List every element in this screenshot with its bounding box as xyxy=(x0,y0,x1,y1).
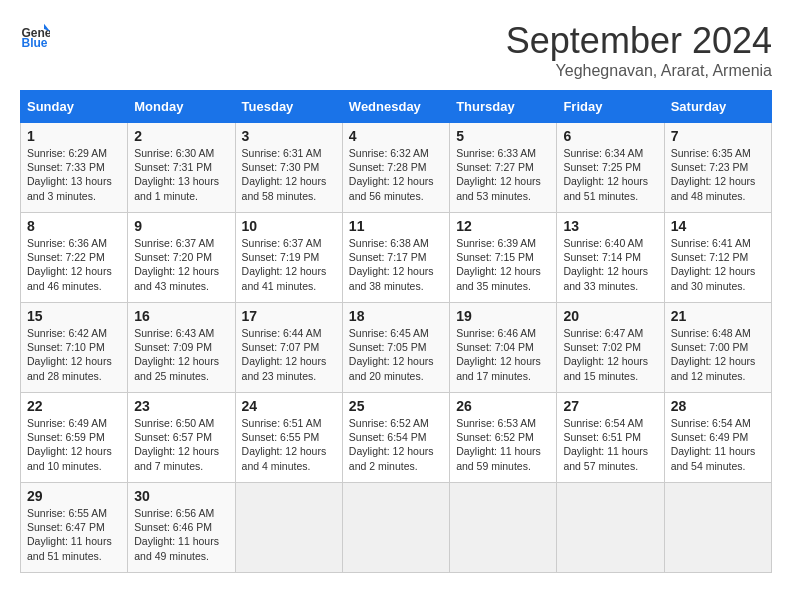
calendar-cell-1-5: 5 Sunrise: 6:33 AM Sunset: 7:27 PM Dayli… xyxy=(450,123,557,213)
day-info: Sunrise: 6:45 AM Sunset: 7:05 PM Dayligh… xyxy=(349,326,443,383)
calendar-cell-4-2: 23 Sunrise: 6:50 AM Sunset: 6:57 PM Dayl… xyxy=(128,393,235,483)
day-number: 29 xyxy=(27,488,121,504)
calendar-cell-4-7: 28 Sunrise: 6:54 AM Sunset: 6:49 PM Dayl… xyxy=(664,393,771,483)
day-info: Sunrise: 6:53 AM Sunset: 6:52 PM Dayligh… xyxy=(456,416,550,473)
day-number: 18 xyxy=(349,308,443,324)
calendar-cell-4-1: 22 Sunrise: 6:49 AM Sunset: 6:59 PM Dayl… xyxy=(21,393,128,483)
svg-text:Blue: Blue xyxy=(22,36,48,50)
day-info: Sunrise: 6:36 AM Sunset: 7:22 PM Dayligh… xyxy=(27,236,121,293)
calendar-cell-2-3: 10 Sunrise: 6:37 AM Sunset: 7:19 PM Dayl… xyxy=(235,213,342,303)
day-number: 20 xyxy=(563,308,657,324)
day-info: Sunrise: 6:33 AM Sunset: 7:27 PM Dayligh… xyxy=(456,146,550,203)
day-number: 11 xyxy=(349,218,443,234)
calendar-cell-1-3: 3 Sunrise: 6:31 AM Sunset: 7:30 PM Dayli… xyxy=(235,123,342,213)
calendar-cell-5-5 xyxy=(450,483,557,573)
day-info: Sunrise: 6:39 AM Sunset: 7:15 PM Dayligh… xyxy=(456,236,550,293)
calendar-week-3: 15 Sunrise: 6:42 AM Sunset: 7:10 PM Dayl… xyxy=(21,303,772,393)
calendar-cell-3-4: 18 Sunrise: 6:45 AM Sunset: 7:05 PM Dayl… xyxy=(342,303,449,393)
col-saturday: Saturday xyxy=(664,91,771,123)
day-info: Sunrise: 6:54 AM Sunset: 6:51 PM Dayligh… xyxy=(563,416,657,473)
day-info: Sunrise: 6:41 AM Sunset: 7:12 PM Dayligh… xyxy=(671,236,765,293)
day-info: Sunrise: 6:42 AM Sunset: 7:10 PM Dayligh… xyxy=(27,326,121,383)
day-number: 7 xyxy=(671,128,765,144)
calendar-cell-2-6: 13 Sunrise: 6:40 AM Sunset: 7:14 PM Dayl… xyxy=(557,213,664,303)
calendar-table: Sunday Monday Tuesday Wednesday Thursday… xyxy=(20,90,772,573)
day-number: 26 xyxy=(456,398,550,414)
day-info: Sunrise: 6:51 AM Sunset: 6:55 PM Dayligh… xyxy=(242,416,336,473)
title-block: September 2024 Yeghegnavan, Ararat, Arme… xyxy=(506,20,772,80)
day-info: Sunrise: 6:50 AM Sunset: 6:57 PM Dayligh… xyxy=(134,416,228,473)
day-number: 15 xyxy=(27,308,121,324)
day-number: 16 xyxy=(134,308,228,324)
day-info: Sunrise: 6:32 AM Sunset: 7:28 PM Dayligh… xyxy=(349,146,443,203)
location: Yeghegnavan, Ararat, Armenia xyxy=(506,62,772,80)
day-number: 12 xyxy=(456,218,550,234)
day-number: 13 xyxy=(563,218,657,234)
col-friday: Friday xyxy=(557,91,664,123)
day-info: Sunrise: 6:37 AM Sunset: 7:20 PM Dayligh… xyxy=(134,236,228,293)
day-number: 17 xyxy=(242,308,336,324)
day-info: Sunrise: 6:54 AM Sunset: 6:49 PM Dayligh… xyxy=(671,416,765,473)
calendar-cell-2-5: 12 Sunrise: 6:39 AM Sunset: 7:15 PM Dayl… xyxy=(450,213,557,303)
calendar-cell-4-4: 25 Sunrise: 6:52 AM Sunset: 6:54 PM Dayl… xyxy=(342,393,449,483)
day-info: Sunrise: 6:40 AM Sunset: 7:14 PM Dayligh… xyxy=(563,236,657,293)
day-number: 5 xyxy=(456,128,550,144)
calendar-cell-5-3 xyxy=(235,483,342,573)
col-sunday: Sunday xyxy=(21,91,128,123)
day-info: Sunrise: 6:44 AM Sunset: 7:07 PM Dayligh… xyxy=(242,326,336,383)
day-info: Sunrise: 6:30 AM Sunset: 7:31 PM Dayligh… xyxy=(134,146,228,203)
day-number: 14 xyxy=(671,218,765,234)
day-number: 4 xyxy=(349,128,443,144)
day-info: Sunrise: 6:47 AM Sunset: 7:02 PM Dayligh… xyxy=(563,326,657,383)
day-number: 9 xyxy=(134,218,228,234)
calendar-cell-1-1: 1 Sunrise: 6:29 AM Sunset: 7:33 PM Dayli… xyxy=(21,123,128,213)
calendar-cell-5-1: 29 Sunrise: 6:55 AM Sunset: 6:47 PM Dayl… xyxy=(21,483,128,573)
calendar-cell-4-6: 27 Sunrise: 6:54 AM Sunset: 6:51 PM Dayl… xyxy=(557,393,664,483)
calendar-week-1: 1 Sunrise: 6:29 AM Sunset: 7:33 PM Dayli… xyxy=(21,123,772,213)
day-number: 30 xyxy=(134,488,228,504)
col-monday: Monday xyxy=(128,91,235,123)
calendar-week-4: 22 Sunrise: 6:49 AM Sunset: 6:59 PM Dayl… xyxy=(21,393,772,483)
calendar-cell-3-1: 15 Sunrise: 6:42 AM Sunset: 7:10 PM Dayl… xyxy=(21,303,128,393)
calendar-week-5: 29 Sunrise: 6:55 AM Sunset: 6:47 PM Dayl… xyxy=(21,483,772,573)
day-info: Sunrise: 6:29 AM Sunset: 7:33 PM Dayligh… xyxy=(27,146,121,203)
page-header: General Blue September 2024 Yeghegnavan,… xyxy=(20,20,772,80)
col-thursday: Thursday xyxy=(450,91,557,123)
day-info: Sunrise: 6:38 AM Sunset: 7:17 PM Dayligh… xyxy=(349,236,443,293)
day-info: Sunrise: 6:46 AM Sunset: 7:04 PM Dayligh… xyxy=(456,326,550,383)
calendar-cell-2-7: 14 Sunrise: 6:41 AM Sunset: 7:12 PM Dayl… xyxy=(664,213,771,303)
day-number: 19 xyxy=(456,308,550,324)
day-number: 21 xyxy=(671,308,765,324)
day-number: 3 xyxy=(242,128,336,144)
calendar-cell-3-7: 21 Sunrise: 6:48 AM Sunset: 7:00 PM Dayl… xyxy=(664,303,771,393)
calendar-cell-4-3: 24 Sunrise: 6:51 AM Sunset: 6:55 PM Dayl… xyxy=(235,393,342,483)
calendar-header-row: Sunday Monday Tuesday Wednesday Thursday… xyxy=(21,91,772,123)
calendar-cell-5-4 xyxy=(342,483,449,573)
day-number: 27 xyxy=(563,398,657,414)
day-info: Sunrise: 6:55 AM Sunset: 6:47 PM Dayligh… xyxy=(27,506,121,563)
calendar-cell-5-7 xyxy=(664,483,771,573)
calendar-cell-3-3: 17 Sunrise: 6:44 AM Sunset: 7:07 PM Dayl… xyxy=(235,303,342,393)
calendar-cell-5-6 xyxy=(557,483,664,573)
calendar-cell-2-1: 8 Sunrise: 6:36 AM Sunset: 7:22 PM Dayli… xyxy=(21,213,128,303)
logo: General Blue xyxy=(20,20,50,50)
day-number: 6 xyxy=(563,128,657,144)
calendar-cell-3-2: 16 Sunrise: 6:43 AM Sunset: 7:09 PM Dayl… xyxy=(128,303,235,393)
day-number: 2 xyxy=(134,128,228,144)
calendar-cell-4-5: 26 Sunrise: 6:53 AM Sunset: 6:52 PM Dayl… xyxy=(450,393,557,483)
calendar-cell-5-2: 30 Sunrise: 6:56 AM Sunset: 6:46 PM Dayl… xyxy=(128,483,235,573)
col-tuesday: Tuesday xyxy=(235,91,342,123)
day-number: 22 xyxy=(27,398,121,414)
col-wednesday: Wednesday xyxy=(342,91,449,123)
day-number: 10 xyxy=(242,218,336,234)
day-number: 23 xyxy=(134,398,228,414)
day-info: Sunrise: 6:43 AM Sunset: 7:09 PM Dayligh… xyxy=(134,326,228,383)
day-info: Sunrise: 6:35 AM Sunset: 7:23 PM Dayligh… xyxy=(671,146,765,203)
day-number: 8 xyxy=(27,218,121,234)
calendar-cell-2-2: 9 Sunrise: 6:37 AM Sunset: 7:20 PM Dayli… xyxy=(128,213,235,303)
day-number: 1 xyxy=(27,128,121,144)
calendar-cell-1-4: 4 Sunrise: 6:32 AM Sunset: 7:28 PM Dayli… xyxy=(342,123,449,213)
calendar-cell-1-2: 2 Sunrise: 6:30 AM Sunset: 7:31 PM Dayli… xyxy=(128,123,235,213)
calendar-week-2: 8 Sunrise: 6:36 AM Sunset: 7:22 PM Dayli… xyxy=(21,213,772,303)
calendar-cell-2-4: 11 Sunrise: 6:38 AM Sunset: 7:17 PM Dayl… xyxy=(342,213,449,303)
